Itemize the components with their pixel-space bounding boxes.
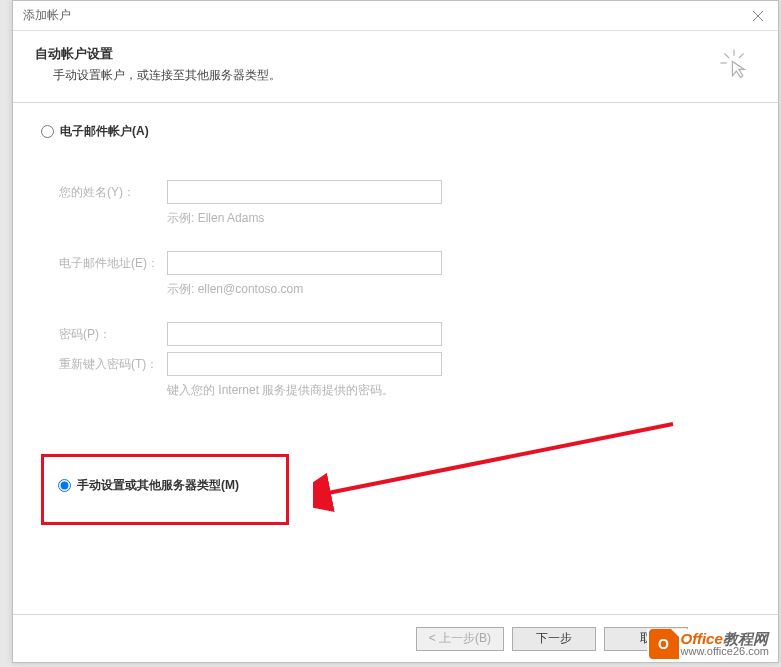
radio-email-account[interactable]: 电子邮件帐户(A) bbox=[41, 123, 750, 140]
radio-manual-setup-input[interactable] bbox=[58, 479, 71, 492]
add-account-dialog: 添加帐户 自动帐户设置 手动设置帐户，或连接至其他服务器类型。 bbox=[12, 0, 779, 663]
name-input bbox=[167, 180, 442, 204]
header-section: 自动帐户设置 手动设置帐户，或连接至其他服务器类型。 bbox=[13, 31, 778, 102]
watermark-logo-icon: O bbox=[649, 629, 679, 659]
name-label: 您的姓名(Y)： bbox=[59, 184, 167, 201]
header-title: 自动帐户设置 bbox=[35, 45, 281, 63]
cursor-click-icon bbox=[718, 47, 750, 82]
email-label: 电子邮件地址(E)： bbox=[59, 255, 167, 272]
email-form-block: 您的姓名(Y)： 示例: Ellen Adams 电子邮件地址(E)： 示例: … bbox=[59, 180, 750, 399]
header-subtitle: 手动设置帐户，或连接至其他服务器类型。 bbox=[35, 67, 281, 84]
close-icon bbox=[752, 10, 764, 22]
name-hint: 示例: Ellen Adams bbox=[167, 210, 750, 227]
titlebar-text: 添加帐户 bbox=[23, 7, 71, 24]
radio-manual-setup-label: 手动设置或其他服务器类型(M) bbox=[77, 477, 239, 494]
radio-email-account-label: 电子邮件帐户(A) bbox=[60, 123, 149, 140]
password-input bbox=[167, 322, 442, 346]
manual-setup-highlight-box: 手动设置或其他服务器类型(M) bbox=[41, 454, 289, 525]
password-hint: 键入您的 Internet 服务提供商提供的密码。 bbox=[167, 382, 750, 399]
svg-line-5 bbox=[739, 53, 744, 58]
content-area: 电子邮件帐户(A) 您的姓名(Y)： 示例: Ellen Adams 电子邮件地… bbox=[13, 103, 778, 545]
radio-manual-setup[interactable]: 手动设置或其他服务器类型(M) bbox=[58, 477, 272, 494]
retype-input bbox=[167, 352, 442, 376]
titlebar: 添加帐户 bbox=[13, 1, 778, 31]
email-hint: 示例: ellen@contoso.com bbox=[167, 281, 750, 298]
close-button[interactable] bbox=[738, 1, 778, 31]
radio-email-account-input[interactable] bbox=[41, 125, 54, 138]
watermark-logo-letter: O bbox=[658, 636, 669, 652]
watermark-url: www.office26.com bbox=[681, 646, 769, 657]
svg-line-4 bbox=[724, 53, 729, 58]
watermark: O Office教程网 www.office26.com bbox=[647, 629, 769, 659]
email-input bbox=[167, 251, 442, 275]
password-label: 密码(P)： bbox=[59, 326, 167, 343]
back-button: < 上一步(B) bbox=[416, 627, 504, 651]
watermark-brand: Office教程网 bbox=[681, 631, 769, 646]
next-button[interactable]: 下一步 bbox=[512, 627, 596, 651]
retype-label: 重新键入密码(T)： bbox=[59, 356, 167, 373]
